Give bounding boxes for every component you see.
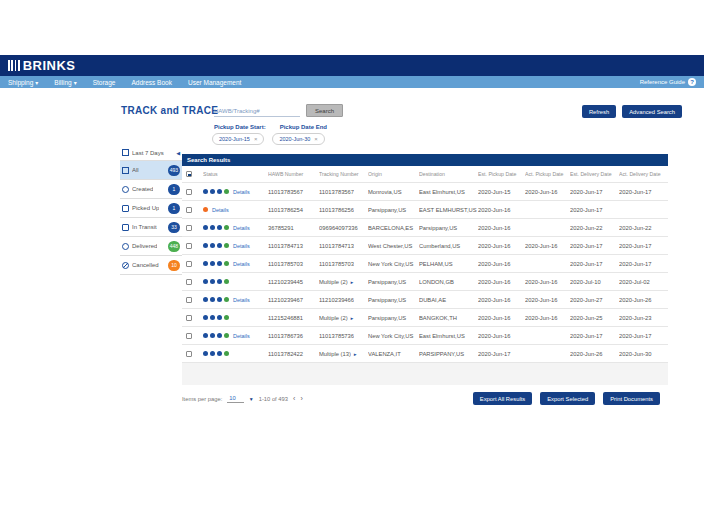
details-link[interactable]: Details	[233, 243, 250, 249]
collapse-sidebar-icon[interactable]	[176, 150, 180, 156]
sidebar-filter-item[interactable]: Picked Up 1	[120, 199, 182, 218]
nav-item[interactable]: Storage	[93, 79, 116, 86]
column-header[interactable]: Act. Delivery Date	[619, 171, 663, 177]
column-header[interactable]: Tracking Number	[319, 171, 367, 177]
row-checkbox[interactable]	[186, 243, 192, 249]
status-dots	[203, 207, 208, 212]
status-dot-icon	[210, 261, 215, 266]
row-checkbox[interactable]	[186, 189, 192, 195]
export-selected-button[interactable]: Export Selected	[540, 392, 595, 405]
row-checkbox[interactable]	[186, 351, 192, 357]
help-icon[interactable]	[688, 78, 696, 86]
status-dot-icon	[203, 261, 208, 266]
details-link[interactable]: Details	[212, 207, 229, 213]
status-dot-icon	[210, 243, 215, 248]
expand-tracking-icon[interactable]	[350, 315, 354, 321]
details-link[interactable]: Details	[233, 261, 250, 267]
sidebar-filter-item[interactable]: Cancelled 10	[120, 256, 182, 275]
nav-item-label: Storage	[93, 79, 116, 86]
row-checkbox[interactable]	[186, 279, 192, 285]
status-dot-icon	[224, 315, 229, 320]
origin: Parsippany,US	[368, 207, 418, 213]
reference-guide-link[interactable]: Reference Guide	[640, 78, 696, 86]
nav-item-label: User Management	[188, 79, 241, 86]
tracking-number: Multiple (2)	[319, 315, 348, 321]
results-footer: Items per page: 10 1-10 of 493 Export Al…	[182, 392, 668, 405]
column-header[interactable]: Act. Pickup Date	[525, 171, 569, 177]
previous-page-icon[interactable]	[293, 395, 295, 402]
row-checkbox[interactable]	[186, 207, 192, 213]
clear-date-icon[interactable]	[254, 136, 258, 142]
details-link[interactable]: Details	[233, 189, 250, 195]
status-cell	[203, 279, 267, 284]
sidebar-filter-item[interactable]: Created 1	[120, 180, 182, 199]
nav-item[interactable]: Address Book	[131, 79, 171, 86]
pickup-end-chip[interactable]: 2020-Jun-30	[272, 133, 324, 145]
est-delivery-date: 2020-Jun-26	[570, 351, 618, 357]
details-link[interactable]: Details	[233, 333, 250, 339]
column-header[interactable]: Est. Delivery Date	[570, 171, 618, 177]
column-header[interactable]: Status	[203, 171, 267, 177]
tracking-number: Multiple (13)	[319, 351, 351, 357]
row-checkbox[interactable]	[186, 297, 192, 303]
search-button[interactable]: Search	[306, 104, 343, 117]
table-title: Search Results	[187, 157, 230, 163]
est-delivery-date: 2020-Jun-27	[570, 297, 618, 303]
sidebar-header-last-7-days[interactable]: Last 7 Days	[120, 145, 182, 161]
sidebar-filter-item[interactable]: Delivered 448	[120, 237, 182, 256]
est-delivery-date: 2020-Jun-17	[570, 207, 618, 213]
table-row: Details 36785291 096964097336 BARCELONA,…	[182, 219, 668, 237]
select-caret-icon[interactable]	[249, 396, 254, 402]
nav-item[interactable]: User Management	[188, 79, 241, 86]
row-checkbox[interactable]	[186, 261, 192, 267]
column-header[interactable]: Destination	[419, 171, 477, 177]
select-all-checkbox[interactable]	[186, 171, 192, 177]
advanced-search-button[interactable]: Advanced Search	[622, 105, 682, 118]
nav-item[interactable]: Shipping	[8, 79, 38, 86]
row-checkbox[interactable]	[186, 315, 192, 321]
est-pickup-date: 2020-Jun-16	[478, 243, 524, 249]
destination: East Elmhurst,US	[419, 189, 477, 195]
sidebar-item-label: Delivered	[132, 243, 157, 249]
origin: West Chester,US	[368, 243, 418, 249]
column-header[interactable]: Origin	[368, 171, 418, 177]
expand-tracking-icon[interactable]	[350, 279, 354, 285]
column-header[interactable]: Est. Pickup Date	[478, 171, 524, 177]
tracking-search: Search	[214, 104, 343, 117]
sidebar-items: All 493 Created 1 Picked Up 1 In	[120, 161, 182, 275]
table-row: Details 11210239467 11210239466 Parsippa…	[182, 291, 668, 309]
status-cell: Details	[203, 189, 267, 195]
hawb-number: 11013786736	[268, 333, 318, 339]
refresh-button[interactable]: Refresh	[582, 105, 616, 118]
status-dots	[203, 261, 229, 266]
column-header[interactable]: HAWB Number	[268, 171, 318, 177]
clear-date-icon[interactable]	[314, 136, 318, 142]
details-link[interactable]: Details	[233, 225, 250, 231]
count-badge: 1	[168, 203, 180, 214]
destination: DUBAI,AE	[419, 297, 477, 303]
items-per-page-select[interactable]: 10	[227, 395, 243, 403]
details-link[interactable]: Details	[233, 297, 250, 303]
status-cell: Details	[203, 225, 267, 231]
status-dot-icon	[203, 279, 208, 284]
page-range: 1-10 of 493	[259, 396, 288, 402]
origin: BARCELONA,ES	[368, 225, 418, 231]
print-documents-button[interactable]: Print Documents	[603, 392, 660, 405]
tracking-number-input[interactable]	[214, 105, 300, 117]
destination: Parsippany,US	[419, 225, 477, 231]
export-all-results-button[interactable]: Export All Results	[473, 392, 532, 405]
row-checkbox[interactable]	[186, 225, 192, 231]
expand-tracking-icon[interactable]	[353, 351, 357, 357]
logo-stripes-icon	[8, 60, 20, 71]
pickup-start-chip[interactable]: 2020-Jun-15	[212, 133, 264, 145]
nav-item[interactable]: Billing	[54, 79, 76, 86]
row-checkbox[interactable]	[186, 333, 192, 339]
sidebar-filter-item[interactable]: In Transit 33	[120, 218, 182, 237]
sidebar-filter-item[interactable]: All 493	[120, 161, 182, 180]
pickup-end-value: 2020-Jun-30	[279, 136, 310, 142]
nav-items: Shipping Billing Storage Address Book	[8, 79, 241, 86]
next-page-icon[interactable]	[300, 395, 302, 402]
package-icon	[122, 149, 129, 156]
destination: LONDON,GB	[419, 279, 477, 285]
table-row: Details 11013785703 11013785703 New York…	[182, 255, 668, 273]
